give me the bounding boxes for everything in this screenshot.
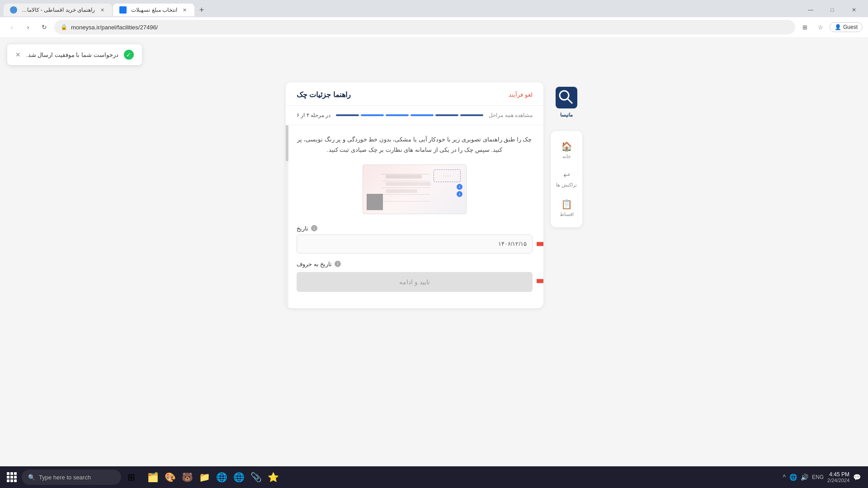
starred-icon: ⭐ bbox=[268, 472, 279, 483]
progress-bar-5 bbox=[361, 114, 384, 116]
date-words-field-group: i تاریخ به حروف تایید و ادامه bbox=[297, 261, 533, 292]
check-line-5 bbox=[381, 201, 430, 202]
sidebar-item-installments[interactable]: 📋 اقساط bbox=[553, 194, 580, 222]
taskbar-app-explorer[interactable]: 🗂️ bbox=[145, 469, 161, 485]
scroll-track bbox=[286, 125, 288, 308]
taskbar-app-chrome2[interactable]: 🌐 bbox=[231, 469, 247, 485]
check-qr-code bbox=[367, 194, 383, 210]
submit-button[interactable]: تایید و ادامه bbox=[297, 272, 533, 292]
cancel-process-link[interactable]: لغو فرآیند bbox=[509, 91, 533, 98]
progress-section: مشاهده همه مراحل در مرحله ۴ از ۶ bbox=[286, 106, 543, 125]
maximize-button[interactable]: □ bbox=[822, 3, 843, 17]
check-number-text: - - - - bbox=[443, 174, 451, 178]
minimize-button[interactable]: — bbox=[800, 3, 821, 17]
date-red-arrow bbox=[537, 238, 543, 250]
progress-bar-2 bbox=[435, 114, 458, 116]
taskbar-apps: 🗂️ 🎨 🐻 📁 🌐 🌐 📎 ⭐ bbox=[145, 469, 281, 485]
tab-1[interactable]: راهنمای خرید اقساطی - کالامارکت ✕ bbox=[4, 4, 112, 16]
main-layout: لغو فرآیند راهنما جزئیات چک مشاهده همه م… bbox=[9, 82, 859, 308]
card-body: چک را طبق راهنمای تصویری زیر با خودکار آ… bbox=[286, 125, 543, 308]
sidebar-item-home[interactable]: 🏠 خانه bbox=[553, 136, 580, 164]
tray-chevron-icon[interactable]: ^ bbox=[783, 474, 786, 481]
start-grid-icon bbox=[7, 472, 17, 482]
tab-1-favicon bbox=[10, 6, 17, 14]
taskbar-search-placeholder: Type here to search bbox=[39, 474, 91, 481]
check-details-card: لغو فرآیند راهنما جزئیات چک مشاهده همه م… bbox=[286, 82, 543, 308]
start-button[interactable] bbox=[4, 469, 20, 485]
view-all-steps[interactable]: مشاهده همه مراحل bbox=[489, 112, 533, 118]
office-icon: 📎 bbox=[250, 472, 262, 483]
check-number-box: - - - - bbox=[434, 169, 461, 182]
sidebar-item-transactions[interactable]: ↩ تراکنش ها bbox=[553, 166, 580, 192]
chrome2-icon: 🌐 bbox=[233, 472, 245, 483]
tray-network-icon[interactable]: 🌐 bbox=[789, 474, 797, 481]
taskbar-app-chrome1[interactable]: 🌐 bbox=[213, 469, 230, 485]
card-title: راهنما جزئیات چک bbox=[297, 90, 351, 99]
tray-language[interactable]: ENG bbox=[812, 474, 824, 480]
home-icon: 🏠 bbox=[561, 141, 572, 152]
progress-bar-4 bbox=[386, 114, 409, 116]
favorites-button[interactable]: ☆ bbox=[814, 21, 827, 33]
info-dot-2: i bbox=[457, 191, 462, 197]
mascot-icon: 🐻 bbox=[182, 472, 193, 483]
refresh-button[interactable]: ↻ bbox=[38, 21, 51, 33]
scroll-thumb[interactable] bbox=[286, 125, 288, 161]
explorer-icon: 🗂️ bbox=[147, 472, 159, 483]
address-bar[interactable]: 🔒 moneysa.ir/panel/facilities/27496/ bbox=[54, 20, 795, 34]
progress-bar-3 bbox=[410, 114, 434, 116]
tab-bar: راهنمای خرید اقساطی - کالامارکت ✕ انتخاب… bbox=[0, 0, 868, 17]
date-info-icon[interactable]: i bbox=[311, 225, 317, 231]
tray-notification-icon[interactable]: 💬 bbox=[853, 474, 861, 481]
progress-bar-1 bbox=[460, 114, 483, 116]
tab-2-close[interactable]: ✕ bbox=[181, 6, 188, 14]
date-words-label-text: تاریخ به حروف bbox=[297, 261, 332, 267]
instruction-text: چک را طبق راهنمای تصویری زیر با خودکار آ… bbox=[297, 134, 533, 155]
svg-line-3 bbox=[567, 99, 572, 103]
profile-label: Guest bbox=[843, 24, 858, 30]
taskbar-search-icon: 🔍 bbox=[28, 474, 35, 481]
date-label-text: تاریخ bbox=[297, 225, 308, 232]
check-info-dots: i i bbox=[457, 184, 462, 197]
logo-text: مانیسا bbox=[560, 110, 573, 118]
taskbar-app-office[interactable]: 📎 bbox=[248, 469, 264, 485]
date-field-label: i تاریخ bbox=[297, 225, 533, 232]
svg-marker-0 bbox=[537, 238, 543, 250]
check-line-2 bbox=[381, 181, 430, 181]
toast-success-icon: ✓ bbox=[124, 50, 134, 60]
toast-close-button[interactable]: ✕ bbox=[15, 51, 21, 58]
taskbar-app-starred[interactable]: ⭐ bbox=[265, 469, 281, 485]
date-words-arrow-container: تایید و ادامه bbox=[297, 270, 533, 292]
tab-2-title: انتخاب مبلغ تسهیلات bbox=[130, 7, 177, 13]
taskbar-app-paint[interactable]: 🎨 bbox=[162, 469, 178, 485]
check-image: - - - - i i bbox=[363, 164, 467, 214]
date-words-info-icon[interactable]: i bbox=[335, 261, 341, 267]
date-arrow-container bbox=[297, 235, 533, 253]
transactions-label: تراکنش ها bbox=[556, 182, 577, 188]
tray-date: 2/24/2024 bbox=[827, 478, 849, 483]
check-line-4 bbox=[381, 194, 430, 195]
card-scrollable[interactable]: چک را طبق راهنمای تصویری زیر با خودکار آ… bbox=[286, 125, 543, 308]
tab-1-close[interactable]: ✕ bbox=[99, 6, 106, 14]
translate-button[interactable]: ⊞ bbox=[799, 21, 811, 33]
tray-time[interactable]: 4:45 PM 2/24/2024 bbox=[827, 471, 849, 483]
check-text-line-1 bbox=[386, 175, 422, 178]
back-button[interactable]: ‹ bbox=[5, 21, 18, 33]
progress-bars bbox=[336, 114, 483, 116]
logo-svg bbox=[558, 89, 575, 106]
home-label: خانه bbox=[562, 154, 571, 160]
tray-sound-icon[interactable]: 🔊 bbox=[801, 474, 808, 481]
date-input[interactable] bbox=[297, 235, 533, 253]
logo-area: مانیسا bbox=[551, 82, 582, 126]
taskbar-search[interactable]: 🔍 Type here to search bbox=[22, 469, 121, 485]
step-indicator: در مرحله ۴ از ۶ bbox=[297, 112, 330, 118]
tab-2[interactable]: انتخاب مبلغ تسهیلات ✕ bbox=[113, 4, 194, 16]
window-controls: — □ ✕ bbox=[800, 3, 864, 17]
toast-message: درخواست شما با موفقیت ارسال شد. bbox=[26, 52, 118, 58]
close-button[interactable]: ✕ bbox=[844, 3, 864, 17]
task-view-button[interactable]: ⊞ bbox=[123, 469, 139, 485]
forward-button[interactable]: › bbox=[22, 21, 34, 33]
new-tab-button[interactable]: + bbox=[195, 4, 208, 16]
taskbar-app-folder[interactable]: 📁 bbox=[196, 469, 212, 485]
taskbar-app-mascot[interactable]: 🐻 bbox=[179, 469, 195, 485]
profile-button[interactable]: 👤 Guest bbox=[830, 22, 863, 32]
